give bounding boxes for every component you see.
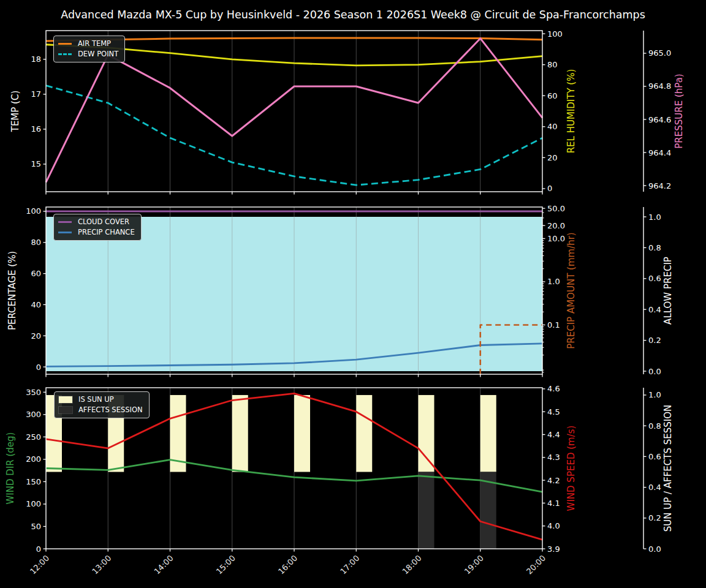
tick-label: 0 (36, 363, 41, 372)
tick-label: 965.0 (648, 48, 671, 58)
is-sun-up-bar (232, 395, 248, 472)
tick-label: 0.2 (648, 336, 661, 345)
is-sun-up-swatch (59, 396, 72, 403)
tick-label: 60 (547, 91, 558, 100)
tick-label: 200 (26, 454, 41, 464)
tick-label: 50.0 (547, 204, 565, 213)
tick-label: 4.3 (547, 453, 560, 462)
precip-amount-mm-hr-axis-label: PRECIP AMOUNT (mm/hr) (566, 232, 577, 349)
percentage-axis-label: PERCENTAGE (%) (7, 251, 18, 330)
forecast-charts: 15161718TEMP (C)020406080100REL HUMIDITY… (0, 0, 706, 588)
is-sun-up-bar (419, 395, 435, 472)
tick-label: 250 (26, 432, 41, 442)
tick-label: 150 (26, 477, 41, 486)
tick-label: 4.4 (547, 430, 560, 439)
sun-up-affects-session-axis-label: SUN UP / AFFECTS SESSION (662, 405, 674, 532)
legend-item: PRECIP CHANCE (58, 228, 135, 236)
weather-forecast-window: Advanced Mazda MX-5 Cup by Heusinkveld -… (0, 0, 706, 588)
tick-label: 20.0 (547, 221, 565, 230)
legend-label: AIR TEMP (78, 39, 111, 48)
tick-label: 350 (26, 388, 41, 397)
legend-item: DEW POINT (58, 50, 118, 58)
tick-label: 0.0 (648, 367, 661, 376)
tick-label: 50 (31, 522, 41, 531)
tick-label: 0.6 (648, 274, 661, 283)
tick-label: 4.6 (547, 384, 560, 393)
tick-label: 20 (547, 153, 558, 162)
wind-speed-m-s-axis-label: WIND SPEED (m/s) (566, 426, 577, 511)
tick-label: 0 (36, 545, 41, 554)
tick-label: 0.8 (648, 243, 661, 252)
tick-label: 40 (31, 300, 41, 309)
legend-item: AFFECTS SESSION (59, 405, 143, 414)
is-sun-up-bar (356, 395, 372, 472)
legend-temperature-humidity-pressure: AIR TEMPDEW POINT (53, 36, 125, 62)
legend-precipitation-cloud: CLOUD COVERPRECIP CHANCE (53, 214, 142, 241)
tick-label: 0 (547, 184, 552, 193)
tick-label: 16 (31, 124, 41, 134)
tick-label: 3.9 (547, 545, 560, 554)
x-tick-label: 19:00 (463, 554, 485, 576)
legend-label: CLOUD COVER (78, 217, 129, 226)
cloud-cover-swatch (58, 221, 72, 223)
x-tick-label: 16:00 (276, 554, 299, 576)
wind-dir-deg-axis-label: WIND DIR (deg) (5, 432, 16, 505)
is-sun-up-bar (294, 395, 310, 472)
tick-label: 0.2 (648, 513, 661, 522)
is-sun-up-bar (480, 395, 496, 472)
rel-humidity-axis-label: REL HUMIDITY (%) (566, 69, 577, 154)
temp-c-axis-label: TEMP (C) (10, 91, 21, 133)
tick-label: 60 (31, 269, 41, 278)
x-tick-label: 15:00 (214, 554, 237, 576)
tick-label: 0.4 (648, 483, 661, 492)
x-tick-label: 20:00 (525, 554, 547, 576)
tick-label: 10.0 (547, 234, 565, 243)
tick-label: 0.6 (648, 452, 661, 461)
tick-label: 0.1 (547, 320, 560, 330)
tick-label: 0.4 (648, 305, 661, 314)
legend-label: PRECIP CHANCE (78, 228, 135, 236)
tick-label: 4.0 (547, 521, 560, 530)
tick-label: 4.1 (547, 499, 560, 508)
pressure-hpa-axis-label: PRESSURE (hPa) (674, 74, 685, 148)
tick-label: 0.0 (648, 545, 661, 554)
dew-point-swatch (58, 53, 72, 55)
air-temp-swatch (58, 43, 72, 45)
legend-item: AIR TEMP (58, 39, 118, 48)
tick-label: 964.2 (648, 181, 671, 190)
tick-label: 40 (547, 122, 558, 131)
tick-label: 18 (31, 55, 41, 64)
allow-precip-axis-label: ALLOW PRECIP (662, 257, 674, 325)
precip-chance-swatch (58, 232, 72, 233)
legend-wind-sun: IS SUN UPAFFECTS SESSION (54, 391, 150, 418)
tick-label: 15 (31, 159, 41, 168)
x-tick-label: 12:00 (28, 554, 51, 576)
x-tick-label: 18:00 (401, 554, 423, 576)
affects-session-swatch (59, 407, 72, 413)
tick-label: 20 (31, 331, 41, 341)
legend-label: IS SUN UP (78, 395, 114, 404)
legend-item: IS SUN UP (59, 395, 143, 404)
legend-label: AFFECTS SESSION (78, 405, 143, 414)
x-tick-label: 17:00 (338, 554, 361, 576)
tick-label: 80 (31, 238, 41, 247)
tick-label: 1.0 (648, 390, 661, 399)
legend-label: DEW POINT (78, 50, 118, 58)
tick-label: 4.5 (547, 407, 560, 417)
tick-label: 4.2 (547, 476, 560, 485)
x-tick-label: 14:00 (153, 554, 175, 576)
tick-label: 1.0 (648, 213, 661, 222)
tick-label: 100 (26, 206, 41, 216)
tick-label: 300 (26, 410, 41, 419)
tick-label: 17 (31, 89, 41, 99)
tick-label: 964.6 (648, 115, 671, 124)
tick-label: 1.0 (547, 277, 560, 286)
tick-label: 0.8 (648, 421, 661, 431)
tick-label: 964.8 (648, 81, 671, 91)
tick-label: 964.4 (648, 148, 671, 157)
affects-session-bar (419, 472, 435, 549)
x-tick-label: 13:00 (90, 554, 113, 576)
tick-label: 100 (26, 499, 41, 508)
legend-item: CLOUD COVER (58, 217, 135, 226)
tick-label: 100 (547, 29, 563, 39)
